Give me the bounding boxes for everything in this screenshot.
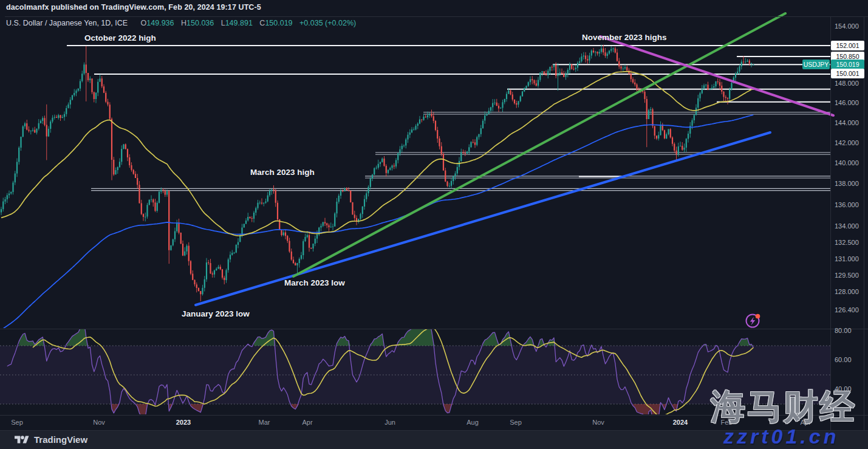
open-value: 149.936: [146, 19, 174, 27]
annotation-march-2023-low[interactable]: March 2023 low: [284, 278, 345, 287]
symbol-price-tag: USDJPY: [802, 60, 830, 69]
rsi-tick-80.00: 80.00: [835, 327, 852, 334]
price-tick-128.000: 128.000: [835, 288, 859, 295]
change-value: +0.035 (+0.02%): [299, 19, 356, 27]
price-badge-152.001: 152.001: [831, 41, 864, 50]
symbol-title[interactable]: U.S. Dollar / Japanese Yen, 1D, ICE: [6, 19, 128, 27]
time-tick-Sep: Sep: [0, 419, 34, 426]
boost-flash-icon[interactable]: [743, 311, 763, 331]
open-label: O: [141, 19, 147, 27]
price-tick-126.400: 126.400: [835, 306, 859, 314]
close-value: 150.019: [265, 19, 292, 27]
time-tick-Nov: Nov: [581, 419, 615, 426]
symbol-legend: U.S. Dollar / Japanese Yen, 1D, ICE O149…: [6, 19, 356, 27]
price-tick-142.000: 142.000: [835, 139, 859, 146]
price-tick-132.500: 132.500: [835, 239, 859, 246]
price-chart-canvas[interactable]: [0, 0, 868, 449]
rsi-tick-60.00: 60.00: [835, 356, 852, 363]
low-label: L: [221, 19, 225, 27]
price-tick-154.000: 154.000: [835, 22, 859, 30]
price-tick-129.500: 129.500: [835, 272, 859, 279]
high-value: 150.036: [186, 19, 214, 27]
price-badge-150.001: 150.001: [831, 69, 864, 78]
tradingview-logo-icon: [15, 434, 29, 445]
time-tick-2024: 2024: [663, 419, 697, 426]
annotation-november-2023-highs[interactable]: November 2023 highs: [582, 33, 667, 42]
time-tick-Sep: Sep: [499, 419, 533, 426]
price-tick-138.000: 138.000: [835, 180, 859, 187]
price-tick-148.000: 148.000: [835, 80, 859, 87]
annotation-october-2022-high[interactable]: October 2022 high: [84, 33, 156, 43]
price-tick-144.000: 144.000: [835, 119, 859, 126]
high-label: H: [181, 19, 186, 27]
time-tick-2023: 2023: [166, 419, 200, 426]
price-tick-140.000: 140.000: [835, 159, 859, 166]
annotation-march-2023-high[interactable]: March 2023 high: [250, 168, 315, 177]
low-value: 149.891: [225, 19, 253, 27]
price-tick-146.000: 146.000: [835, 99, 859, 106]
time-tick-Aug: Aug: [456, 419, 490, 426]
publish-info-bar: dacolmanfx published on TradingView.com,…: [6, 3, 261, 12]
time-tick-Jun: Jun: [373, 419, 407, 426]
tradingview-brand[interactable]: TradingView: [15, 434, 87, 445]
time-tick-Mar: Mar: [247, 419, 281, 426]
tradingview-brand-label: TradingView: [34, 434, 87, 445]
price-tick-136.000: 136.000: [835, 201, 859, 208]
watermark-chinese: 海马财经: [711, 384, 856, 431]
time-tick-Apr: Apr: [290, 419, 324, 426]
price-tick-134.000: 134.000: [835, 222, 859, 230]
watermark-site: zzrt01.cn: [723, 425, 839, 448]
price-tick-131.000: 131.000: [835, 255, 859, 262]
price-badge-150.019: 150.019: [831, 60, 864, 69]
time-tick-Nov: Nov: [82, 419, 116, 426]
annotation-january-2023-low[interactable]: January 2023 low: [182, 309, 250, 318]
tradingview-chart-window: dacolmanfx published on TradingView.com,…: [0, 0, 868, 449]
